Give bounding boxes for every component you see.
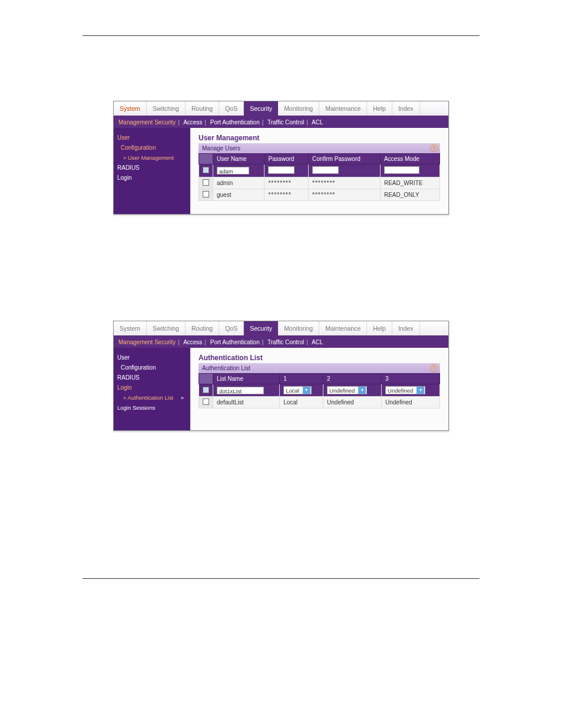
method-1-select[interactable]: Local▾ xyxy=(283,386,312,394)
sidebar-item-user-management[interactable]: » User Management xyxy=(117,154,174,161)
cell-method-1: Local xyxy=(280,397,323,409)
page-title: Authentication List xyxy=(199,354,440,362)
col-list-name: List Name xyxy=(213,374,280,384)
screenshot-authentication-list: System Switching Routing QoS Security Mo… xyxy=(113,321,449,431)
tab-system[interactable]: System xyxy=(114,321,147,335)
tab-qos[interactable]: QoS xyxy=(219,101,244,116)
col-2: 2 xyxy=(323,374,382,384)
password-input[interactable] xyxy=(268,166,295,174)
sub-tabs: Management Security| Access| Port Authen… xyxy=(114,117,448,128)
table-row: defaultList Local Undefined Undefined xyxy=(199,397,440,409)
method-2-select[interactable]: Undefined▾ xyxy=(327,386,367,394)
cell-access-mode: READ_WRITE xyxy=(380,177,439,189)
subtab-port-auth[interactable]: Port Authentication xyxy=(210,119,260,126)
col-3: 3 xyxy=(382,374,440,384)
checkbox[interactable] xyxy=(203,191,209,197)
cell-confirm-password: ******** xyxy=(309,189,381,201)
page-title: User Management xyxy=(199,134,440,142)
sidebar-item-user[interactable]: User xyxy=(117,353,187,363)
subtab-traffic[interactable]: Traffic Control xyxy=(267,339,304,345)
cell-password: ******** xyxy=(265,189,309,201)
subtab-access[interactable]: Access xyxy=(183,119,202,126)
tab-routing[interactable]: Routing xyxy=(186,321,219,335)
tab-switching[interactable]: Switching xyxy=(147,321,186,335)
tab-monitoring[interactable]: Monitoring xyxy=(278,101,319,116)
help-icon[interactable]: ? xyxy=(430,144,438,152)
tab-help[interactable]: Help xyxy=(367,321,392,335)
tab-index[interactable]: Index xyxy=(392,101,420,116)
sidebar-item-login[interactable]: Login xyxy=(117,383,187,393)
sub-tabs: Management Security| Access| Port Authen… xyxy=(114,337,448,348)
username-input[interactable]: adam xyxy=(217,167,249,174)
tab-help[interactable]: Help xyxy=(367,101,392,116)
checkbox[interactable] xyxy=(203,398,209,405)
main-tabs: System Switching Routing QoS Security Mo… xyxy=(114,321,448,337)
table-row: guest ******** ******** READ_ONLY xyxy=(199,189,440,201)
sidebar-item-radius[interactable]: RADIUS xyxy=(117,373,187,383)
sidebar: User Configuration RADIUS Login » Authen… xyxy=(114,348,190,430)
tab-maintenance[interactable]: Maintenance xyxy=(319,101,367,116)
col-access-mode: Access Mode xyxy=(380,154,439,164)
method-3-select[interactable]: Undefined▾ xyxy=(385,386,425,394)
subtab-access[interactable]: Access xyxy=(183,339,202,345)
help-icon[interactable]: ? xyxy=(430,364,438,372)
sidebar-item-user[interactable]: User xyxy=(117,133,187,143)
col-password: Password xyxy=(265,154,309,164)
auth-list-table: List Name 1 2 3 dot1xList Local▾ Undefin… xyxy=(199,373,440,409)
cell-access-mode: READ_ONLY xyxy=(380,189,439,201)
tab-system[interactable]: System xyxy=(114,101,147,116)
cell-username: guest xyxy=(213,189,265,201)
checkbox[interactable] xyxy=(203,387,209,393)
tab-index[interactable]: Index xyxy=(392,321,420,335)
col-checkbox xyxy=(199,374,213,384)
sidebar-item-configuration[interactable]: Configuration xyxy=(117,143,187,153)
sidebar: User Configuration » User Management RAD… xyxy=(114,128,190,214)
chevron-down-icon: ▾ xyxy=(358,387,366,394)
tab-qos[interactable]: QoS xyxy=(219,321,244,335)
subtab-acl[interactable]: ACL xyxy=(312,339,323,345)
cell-method-3: Undefined xyxy=(382,397,440,409)
access-mode-input[interactable] xyxy=(384,166,419,174)
confirm-password-input[interactable] xyxy=(312,166,339,174)
checkbox[interactable] xyxy=(203,167,209,173)
subtab-port-auth[interactable]: Port Authentication xyxy=(210,339,260,345)
chevron-down-icon: ▾ xyxy=(416,387,424,394)
users-table: User Name Password Confirm Password Acce… xyxy=(199,153,440,201)
subtab-mgmt-security[interactable]: Management Security xyxy=(118,339,176,345)
cell-password: ******** xyxy=(265,177,309,189)
sidebar-item-login[interactable]: Login xyxy=(117,173,187,183)
bottom-rule xyxy=(82,578,480,579)
col-checkbox xyxy=(199,154,213,164)
tab-switching[interactable]: Switching xyxy=(147,101,186,116)
tab-routing[interactable]: Routing xyxy=(186,101,219,116)
cell-username: admin xyxy=(213,177,265,189)
table-input-row: dot1xList Local▾ Undefined▾ Undefined▾ xyxy=(199,384,440,397)
sidebar-item-authentication-list[interactable]: » Authentication List xyxy=(117,394,173,401)
checkbox[interactable] xyxy=(203,179,209,186)
subtab-acl[interactable]: ACL xyxy=(312,119,323,126)
cell-list-name: defaultList xyxy=(213,397,280,409)
cell-confirm-password: ******** xyxy=(309,177,381,189)
panel-header: Authentication List ? xyxy=(199,363,440,373)
table-input-row: adam xyxy=(199,164,440,177)
col-username: User Name xyxy=(213,154,265,164)
chevron-down-icon: ▾ xyxy=(303,387,310,394)
list-name-input[interactable]: dot1xList xyxy=(217,387,264,394)
cell-method-2: Undefined xyxy=(323,397,382,409)
sidebar-item-radius[interactable]: RADIUS xyxy=(117,163,187,173)
subtab-mgmt-security[interactable]: Management Security xyxy=(118,119,176,126)
tab-monitoring[interactable]: Monitoring xyxy=(278,321,319,335)
subtab-traffic[interactable]: Traffic Control xyxy=(267,119,304,126)
tab-security[interactable]: Security xyxy=(244,101,278,116)
sidebar-item-configuration[interactable]: Configuration xyxy=(117,363,187,373)
top-rule xyxy=(82,35,480,36)
main-tabs: System Switching Routing QoS Security Mo… xyxy=(114,101,448,117)
panel-header: Manage Users ? xyxy=(199,143,440,153)
tab-maintenance[interactable]: Maintenance xyxy=(319,321,367,335)
col-1: 1 xyxy=(280,374,323,384)
col-confirm-password: Confirm Password xyxy=(309,154,381,164)
tab-security[interactable]: Security xyxy=(244,321,278,335)
table-row: admin ******** ******** READ_WRITE xyxy=(199,177,440,189)
screenshot-user-management: System Switching Routing QoS Security Mo… xyxy=(113,101,449,215)
